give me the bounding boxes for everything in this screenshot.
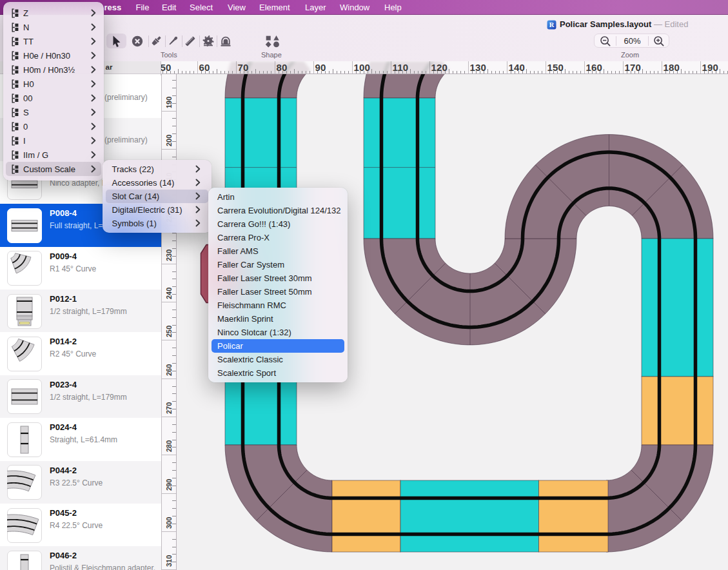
- svg-text:R: R: [549, 21, 555, 28]
